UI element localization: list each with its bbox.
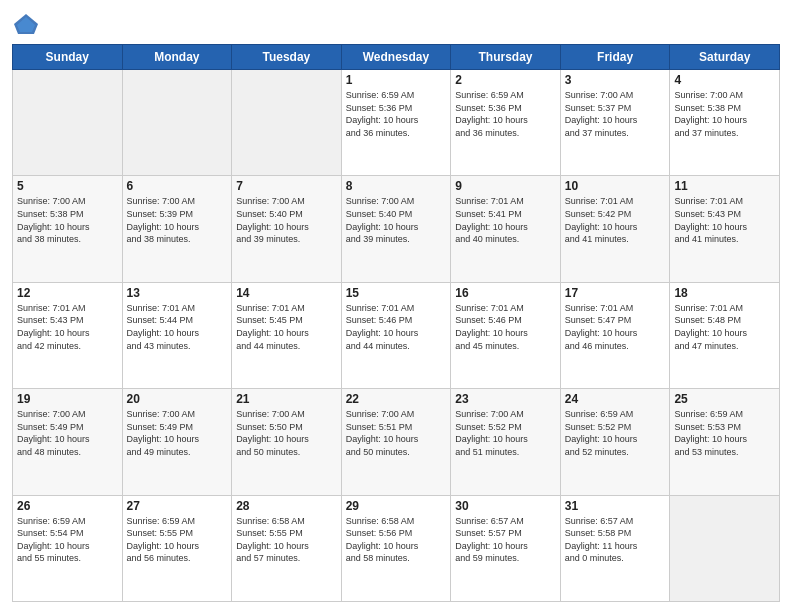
day-info: Sunrise: 7:00 AM Sunset: 5:49 PM Dayligh… xyxy=(17,408,118,458)
day-number: 21 xyxy=(236,392,337,406)
calendar-cell: 27Sunrise: 6:59 AM Sunset: 5:55 PM Dayli… xyxy=(122,495,232,601)
day-number: 18 xyxy=(674,286,775,300)
day-number: 5 xyxy=(17,179,118,193)
calendar-week-row: 19Sunrise: 7:00 AM Sunset: 5:49 PM Dayli… xyxy=(13,389,780,495)
day-info: Sunrise: 7:00 AM Sunset: 5:40 PM Dayligh… xyxy=(236,195,337,245)
weekday-header-sunday: Sunday xyxy=(13,45,123,70)
day-info: Sunrise: 7:01 AM Sunset: 5:47 PM Dayligh… xyxy=(565,302,666,352)
weekday-header-wednesday: Wednesday xyxy=(341,45,451,70)
calendar-cell xyxy=(232,70,342,176)
calendar-cell: 3Sunrise: 7:00 AM Sunset: 5:37 PM Daylig… xyxy=(560,70,670,176)
weekday-header-monday: Monday xyxy=(122,45,232,70)
calendar-cell: 15Sunrise: 7:01 AM Sunset: 5:46 PM Dayli… xyxy=(341,282,451,388)
day-number: 3 xyxy=(565,73,666,87)
calendar-cell xyxy=(13,70,123,176)
day-info: Sunrise: 7:01 AM Sunset: 5:46 PM Dayligh… xyxy=(346,302,447,352)
calendar-cell: 17Sunrise: 7:01 AM Sunset: 5:47 PM Dayli… xyxy=(560,282,670,388)
day-number: 31 xyxy=(565,499,666,513)
weekday-header-friday: Friday xyxy=(560,45,670,70)
logo xyxy=(12,10,44,38)
calendar-cell: 6Sunrise: 7:00 AM Sunset: 5:39 PM Daylig… xyxy=(122,176,232,282)
day-info: Sunrise: 6:59 AM Sunset: 5:53 PM Dayligh… xyxy=(674,408,775,458)
calendar-cell: 11Sunrise: 7:01 AM Sunset: 5:43 PM Dayli… xyxy=(670,176,780,282)
weekday-header-tuesday: Tuesday xyxy=(232,45,342,70)
day-info: Sunrise: 7:00 AM Sunset: 5:52 PM Dayligh… xyxy=(455,408,556,458)
calendar-cell: 4Sunrise: 7:00 AM Sunset: 5:38 PM Daylig… xyxy=(670,70,780,176)
weekday-header-row: SundayMondayTuesdayWednesdayThursdayFrid… xyxy=(13,45,780,70)
calendar-cell: 19Sunrise: 7:00 AM Sunset: 5:49 PM Dayli… xyxy=(13,389,123,495)
calendar-cell: 8Sunrise: 7:00 AM Sunset: 5:40 PM Daylig… xyxy=(341,176,451,282)
day-info: Sunrise: 6:59 AM Sunset: 5:36 PM Dayligh… xyxy=(346,89,447,139)
day-info: Sunrise: 7:01 AM Sunset: 5:43 PM Dayligh… xyxy=(17,302,118,352)
calendar-week-row: 12Sunrise: 7:01 AM Sunset: 5:43 PM Dayli… xyxy=(13,282,780,388)
day-number: 7 xyxy=(236,179,337,193)
calendar-cell: 18Sunrise: 7:01 AM Sunset: 5:48 PM Dayli… xyxy=(670,282,780,388)
day-number: 2 xyxy=(455,73,556,87)
day-info: Sunrise: 7:01 AM Sunset: 5:46 PM Dayligh… xyxy=(455,302,556,352)
day-number: 20 xyxy=(127,392,228,406)
day-info: Sunrise: 7:00 AM Sunset: 5:39 PM Dayligh… xyxy=(127,195,228,245)
calendar-cell: 7Sunrise: 7:00 AM Sunset: 5:40 PM Daylig… xyxy=(232,176,342,282)
calendar-cell: 29Sunrise: 6:58 AM Sunset: 5:56 PM Dayli… xyxy=(341,495,451,601)
calendar-cell: 20Sunrise: 7:00 AM Sunset: 5:49 PM Dayli… xyxy=(122,389,232,495)
day-info: Sunrise: 6:59 AM Sunset: 5:36 PM Dayligh… xyxy=(455,89,556,139)
calendar-cell: 1Sunrise: 6:59 AM Sunset: 5:36 PM Daylig… xyxy=(341,70,451,176)
day-info: Sunrise: 7:01 AM Sunset: 5:43 PM Dayligh… xyxy=(674,195,775,245)
calendar-cell: 22Sunrise: 7:00 AM Sunset: 5:51 PM Dayli… xyxy=(341,389,451,495)
day-info: Sunrise: 6:59 AM Sunset: 5:52 PM Dayligh… xyxy=(565,408,666,458)
day-number: 4 xyxy=(674,73,775,87)
day-number: 29 xyxy=(346,499,447,513)
day-number: 26 xyxy=(17,499,118,513)
day-info: Sunrise: 7:00 AM Sunset: 5:37 PM Dayligh… xyxy=(565,89,666,139)
calendar-cell: 2Sunrise: 6:59 AM Sunset: 5:36 PM Daylig… xyxy=(451,70,561,176)
calendar-cell xyxy=(122,70,232,176)
day-number: 22 xyxy=(346,392,447,406)
calendar-cell: 31Sunrise: 6:57 AM Sunset: 5:58 PM Dayli… xyxy=(560,495,670,601)
logo-icon xyxy=(12,10,40,38)
day-number: 6 xyxy=(127,179,228,193)
calendar-cell: 21Sunrise: 7:00 AM Sunset: 5:50 PM Dayli… xyxy=(232,389,342,495)
day-number: 30 xyxy=(455,499,556,513)
day-info: Sunrise: 6:58 AM Sunset: 5:55 PM Dayligh… xyxy=(236,515,337,565)
calendar-cell: 14Sunrise: 7:01 AM Sunset: 5:45 PM Dayli… xyxy=(232,282,342,388)
day-number: 12 xyxy=(17,286,118,300)
day-number: 28 xyxy=(236,499,337,513)
day-number: 24 xyxy=(565,392,666,406)
day-info: Sunrise: 6:58 AM Sunset: 5:56 PM Dayligh… xyxy=(346,515,447,565)
day-info: Sunrise: 7:00 AM Sunset: 5:49 PM Dayligh… xyxy=(127,408,228,458)
calendar-page: SundayMondayTuesdayWednesdayThursdayFrid… xyxy=(0,0,792,612)
weekday-header-thursday: Thursday xyxy=(451,45,561,70)
day-number: 1 xyxy=(346,73,447,87)
day-number: 9 xyxy=(455,179,556,193)
calendar-cell: 10Sunrise: 7:01 AM Sunset: 5:42 PM Dayli… xyxy=(560,176,670,282)
day-number: 10 xyxy=(565,179,666,193)
calendar-cell: 30Sunrise: 6:57 AM Sunset: 5:57 PM Dayli… xyxy=(451,495,561,601)
day-number: 19 xyxy=(17,392,118,406)
day-number: 23 xyxy=(455,392,556,406)
calendar-cell: 26Sunrise: 6:59 AM Sunset: 5:54 PM Dayli… xyxy=(13,495,123,601)
day-info: Sunrise: 6:59 AM Sunset: 5:55 PM Dayligh… xyxy=(127,515,228,565)
day-info: Sunrise: 6:57 AM Sunset: 5:57 PM Dayligh… xyxy=(455,515,556,565)
calendar-cell: 9Sunrise: 7:01 AM Sunset: 5:41 PM Daylig… xyxy=(451,176,561,282)
calendar-cell: 28Sunrise: 6:58 AM Sunset: 5:55 PM Dayli… xyxy=(232,495,342,601)
calendar-cell: 25Sunrise: 6:59 AM Sunset: 5:53 PM Dayli… xyxy=(670,389,780,495)
weekday-header-saturday: Saturday xyxy=(670,45,780,70)
calendar-cell: 23Sunrise: 7:00 AM Sunset: 5:52 PM Dayli… xyxy=(451,389,561,495)
day-info: Sunrise: 7:01 AM Sunset: 5:41 PM Dayligh… xyxy=(455,195,556,245)
day-info: Sunrise: 7:01 AM Sunset: 5:44 PM Dayligh… xyxy=(127,302,228,352)
day-number: 15 xyxy=(346,286,447,300)
day-number: 11 xyxy=(674,179,775,193)
day-info: Sunrise: 7:00 AM Sunset: 5:40 PM Dayligh… xyxy=(346,195,447,245)
calendar-header xyxy=(12,10,780,38)
day-info: Sunrise: 7:00 AM Sunset: 5:38 PM Dayligh… xyxy=(17,195,118,245)
day-info: Sunrise: 7:01 AM Sunset: 5:45 PM Dayligh… xyxy=(236,302,337,352)
day-number: 8 xyxy=(346,179,447,193)
calendar-week-row: 1Sunrise: 6:59 AM Sunset: 5:36 PM Daylig… xyxy=(13,70,780,176)
day-info: Sunrise: 7:00 AM Sunset: 5:50 PM Dayligh… xyxy=(236,408,337,458)
day-info: Sunrise: 7:00 AM Sunset: 5:51 PM Dayligh… xyxy=(346,408,447,458)
calendar-cell: 24Sunrise: 6:59 AM Sunset: 5:52 PM Dayli… xyxy=(560,389,670,495)
day-number: 16 xyxy=(455,286,556,300)
calendar-cell: 13Sunrise: 7:01 AM Sunset: 5:44 PM Dayli… xyxy=(122,282,232,388)
day-info: Sunrise: 7:00 AM Sunset: 5:38 PM Dayligh… xyxy=(674,89,775,139)
day-info: Sunrise: 6:57 AM Sunset: 5:58 PM Dayligh… xyxy=(565,515,666,565)
